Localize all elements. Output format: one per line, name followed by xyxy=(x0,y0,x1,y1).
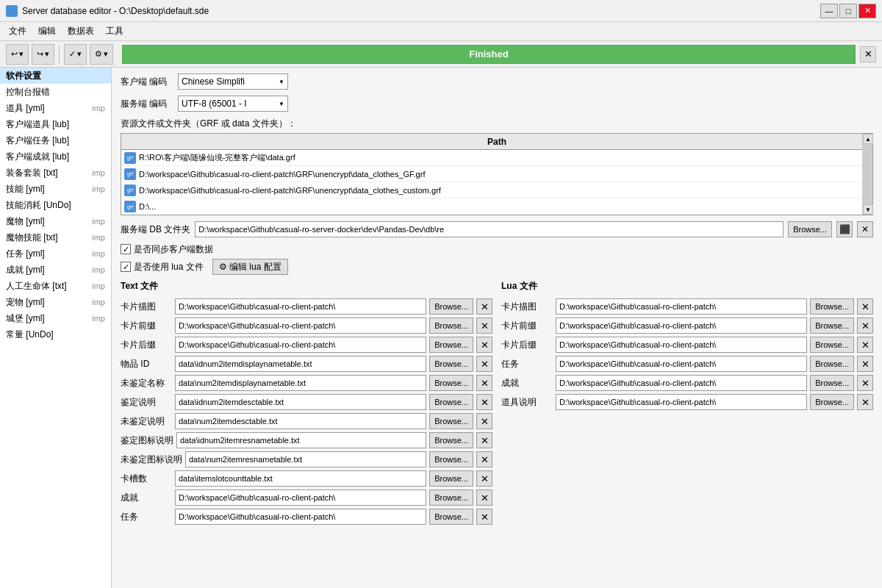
text-x-btn-9[interactable]: ✕ xyxy=(476,470,492,487)
window-close-button[interactable]: ✕ xyxy=(858,4,876,18)
db-clear-btn[interactable]: ✕ xyxy=(857,221,873,237)
text-field-input-2[interactable]: D:\workspace\Github\casual-ro-client-pat… xyxy=(175,337,426,353)
lua-x-btn-1[interactable]: ✕ xyxy=(857,318,873,334)
sidebar-label: 客户端任务 [lub] xyxy=(6,135,69,147)
text-field-input-4[interactable]: data\num2itemdisplaynametable.txt xyxy=(175,375,426,391)
text-field-input-8[interactable]: data\num2itemresnametable.txt xyxy=(185,451,426,467)
lua-x-btn-4[interactable]: ✕ xyxy=(857,375,873,391)
text-field-input-7[interactable]: data\idnum2itemresnametable.txt xyxy=(176,432,426,448)
undo-button[interactable]: ↩▾ xyxy=(6,44,29,65)
scroll-down-btn[interactable]: ▼ xyxy=(863,204,873,215)
text-browse-btn-1[interactable]: Browse... xyxy=(429,318,473,334)
text-field-input-3[interactable]: data\idnum2itemdisplaynametable.txt xyxy=(175,356,426,372)
lua-field-input-1[interactable]: D:\workspace\Github\casual-ro-client-pat… xyxy=(556,318,807,334)
sidebar-item-achieve[interactable]: 成就 [yml] imp xyxy=(0,262,111,278)
sidebar-item-client-item[interactable]: 客户端道具 [lub] xyxy=(0,116,111,132)
text-x-btn-3[interactable]: ✕ xyxy=(476,356,492,372)
sidebar-item-skill[interactable]: 技能 [yml] imp xyxy=(0,181,111,197)
use-lua-checkbox[interactable] xyxy=(121,262,131,272)
text-field-input-11[interactable]: D:\workspace\Github\casual-ro-client-pat… xyxy=(175,509,426,525)
text-browse-btn-4[interactable]: Browse... xyxy=(429,375,473,391)
lua-field-input-2[interactable]: D:\workspace\Github\casual-ro-client-pat… xyxy=(556,337,807,353)
sidebar-item-monster[interactable]: 魔物 [yml] imp xyxy=(0,213,111,229)
minimize-button[interactable]: — xyxy=(820,4,838,18)
menu-file[interactable]: 文件 xyxy=(3,24,32,40)
text-browse-btn-11[interactable]: Browse... xyxy=(429,509,473,525)
toolbar-extra-btn[interactable]: ✓▾ xyxy=(64,44,87,65)
lua-field-input-5[interactable]: D:\workspace\Github\casual-ro-client-pat… xyxy=(556,394,807,410)
sidebar-item-client-achieve[interactable]: 客户端成就 [lub] xyxy=(0,148,111,165)
db-icon-btn[interactable]: ⬛ xyxy=(836,221,853,237)
lua-browse-btn-5[interactable]: Browse... xyxy=(810,394,854,410)
edit-lua-button[interactable]: ⚙ 编辑 lua 配置 xyxy=(212,259,288,275)
text-browse-btn-7[interactable]: Browse... xyxy=(429,432,473,448)
db-folder-input[interactable]: D:\workspace\Github\casual-ro-server-doc… xyxy=(195,221,784,237)
sidebar-item-console[interactable]: 控制台报错 xyxy=(0,84,111,100)
sidebar-item-item-yml[interactable]: 道具 [yml] imp xyxy=(0,100,111,116)
lua-browse-btn-2[interactable]: Browse... xyxy=(810,337,854,353)
finished-close-button[interactable]: ✕ xyxy=(860,46,876,62)
text-x-btn-2[interactable]: ✕ xyxy=(476,337,492,353)
lua-x-btn-2[interactable]: ✕ xyxy=(857,337,873,353)
text-field-input-10[interactable]: D:\workspace\Github\casual-ro-client-pat… xyxy=(175,490,426,506)
lua-x-btn-3[interactable]: ✕ xyxy=(857,356,873,372)
menu-datatable[interactable]: 数据表 xyxy=(62,24,100,40)
sidebar-item-quest[interactable]: 任务 [yml] imp xyxy=(0,245,111,262)
maximize-button[interactable]: □ xyxy=(839,4,857,18)
window-title: Server database editor - O:\Desktop\defa… xyxy=(22,6,820,16)
lua-field-input-4[interactable]: D:\workspace\Github\casual-ro-client-pat… xyxy=(556,375,807,391)
server-enc-combo[interactable]: UTF-8 (65001 - I xyxy=(178,96,288,112)
text-browse-btn-5[interactable]: Browse... xyxy=(429,394,473,410)
text-x-btn-4[interactable]: ✕ xyxy=(476,375,492,391)
text-browse-btn-9[interactable]: Browse... xyxy=(429,470,473,487)
toolbar-separator xyxy=(59,46,60,63)
lua-browse-btn-3[interactable]: Browse... xyxy=(810,356,854,372)
text-field-input-0[interactable]: D:\workspace\Github\casual-ro-client-pat… xyxy=(175,298,426,315)
text-browse-btn-8[interactable]: Browse... xyxy=(429,451,473,467)
text-browse-btn-6[interactable]: Browse... xyxy=(429,413,473,429)
menu-edit[interactable]: 编辑 xyxy=(32,24,62,40)
sidebar-item-monster-skill[interactable]: 魔物技能 [txt] imp xyxy=(0,229,111,245)
lua-field-input-0[interactable]: D:\workspace\Github\casual-ro-client-pat… xyxy=(556,298,807,315)
lua-browse-btn-4[interactable]: Browse... xyxy=(810,375,854,391)
lua-field-input-3[interactable]: D:\workspace\Github\casual-ro-client-pat… xyxy=(556,356,807,372)
text-field-input-9[interactable]: data\itemslotcounttable.txt xyxy=(175,470,426,487)
sidebar-item-client-quest[interactable]: 客户端任务 [lub] xyxy=(0,132,111,148)
redo-button[interactable]: ↪▾ xyxy=(32,44,54,65)
sync-client-checkbox[interactable] xyxy=(121,244,131,254)
text-x-btn-10[interactable]: ✕ xyxy=(476,490,492,506)
sidebar-item-equipment[interactable]: 装备套装 [txt] imp xyxy=(0,165,111,181)
text-x-btn-8[interactable]: ✕ xyxy=(476,451,492,467)
text-x-btn-6[interactable]: ✕ xyxy=(476,413,492,429)
menu-tools[interactable]: 工具 xyxy=(100,24,129,40)
text-field-input-1[interactable]: D:\workspace\Github\casual-ro-client-pat… xyxy=(175,318,426,334)
sidebar-item-skill-cost[interactable]: 技能消耗 [UnDo] xyxy=(0,197,111,213)
path-scrollbar[interactable]: ▲ ▼ xyxy=(862,134,872,215)
toolbar-extra-btn2[interactable]: ⚙▾ xyxy=(90,44,113,65)
text-field-input-5[interactable]: data\idnum2itemdesctable.txt xyxy=(175,394,426,410)
sidebar-item-homunculus[interactable]: 人工生命体 [txt] imp xyxy=(0,278,111,294)
client-enc-row: 客户端 编码 Chinese Simplifi xyxy=(121,74,873,90)
text-browse-btn-0[interactable]: Browse... xyxy=(429,298,473,315)
client-enc-combo[interactable]: Chinese Simplifi xyxy=(178,74,288,90)
scroll-up-btn[interactable]: ▲ xyxy=(863,134,873,144)
sidebar-item-constant[interactable]: 常量 [UnDo] xyxy=(0,326,111,343)
text-x-btn-7[interactable]: ✕ xyxy=(476,432,492,448)
lua-x-btn-5[interactable]: ✕ xyxy=(857,394,873,410)
text-browse-btn-3[interactable]: Browse... xyxy=(429,356,473,372)
text-x-btn-0[interactable]: ✕ xyxy=(476,298,492,315)
text-field-input-6[interactable]: data\num2itemdesctable.txt xyxy=(175,413,426,429)
sidebar-item-software-settings[interactable]: 软件设置 xyxy=(0,68,111,84)
sidebar-item-pet[interactable]: 宠物 [yml] imp xyxy=(0,294,111,310)
text-browse-btn-10[interactable]: Browse... xyxy=(429,490,473,506)
lua-browse-btn-1[interactable]: Browse... xyxy=(810,318,854,334)
text-x-btn-1[interactable]: ✕ xyxy=(476,318,492,334)
lua-x-btn-0[interactable]: ✕ xyxy=(857,298,873,315)
sidebar-item-castle[interactable]: 城堡 [yml] imp xyxy=(0,310,111,326)
text-x-btn-5[interactable]: ✕ xyxy=(476,394,492,410)
lua-browse-btn-0[interactable]: Browse... xyxy=(810,298,854,315)
db-browse-button[interactable]: Browse... xyxy=(788,221,832,237)
text-browse-btn-2[interactable]: Browse... xyxy=(429,337,473,353)
text-field-row-6: 未鉴定说明 data\num2itemdesctable.txt Browse.… xyxy=(121,413,492,429)
text-x-btn-11[interactable]: ✕ xyxy=(476,509,492,525)
